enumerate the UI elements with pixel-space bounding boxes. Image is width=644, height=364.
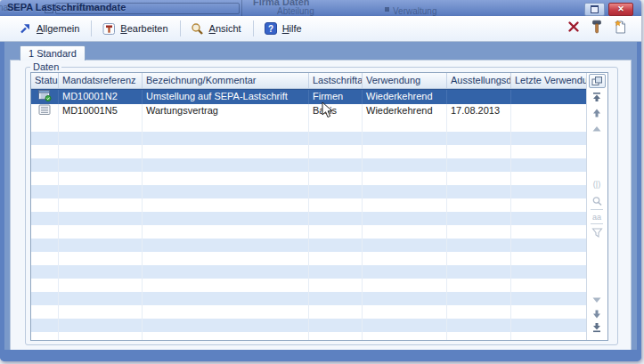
search-button[interactable]: [587, 196, 607, 207]
cell-verwendung: Wiederkehrend: [363, 104, 447, 118]
toolbar-actions: [566, 21, 641, 36]
empty-cell: [31, 305, 59, 319]
empty-row: [31, 319, 586, 332]
empty-cell: [309, 225, 363, 239]
empty-cell: [309, 319, 363, 332]
menu-bearbeiten[interactable]: Bearbeiten: [96, 20, 175, 37]
empty-cell: [447, 118, 511, 132]
empty-cell: [363, 332, 447, 340]
empty-cell: [511, 185, 586, 198]
scroll-up-page-button[interactable]: [587, 108, 607, 118]
empty-cell: [143, 172, 309, 185]
empty-cell: [447, 198, 511, 212]
empty-cell: [447, 265, 511, 279]
empty-cell: [59, 239, 143, 252]
empty-row: [31, 332, 586, 340]
groupbox-label: Daten: [30, 61, 61, 72]
scroll-up-button[interactable]: [587, 124, 607, 134]
empty-cell: [447, 305, 511, 319]
side-divider: [591, 209, 603, 210]
empty-cell: [511, 305, 586, 319]
delete-button[interactable]: [566, 21, 581, 36]
column-header-lastschriftart[interactable]: Lastschriftart: [309, 73, 363, 88]
empty-cell: [309, 265, 363, 279]
tools-button[interactable]: [589, 21, 604, 36]
empty-cell: [447, 332, 511, 340]
menu-allgemein[interactable]: Allgemein: [12, 20, 86, 37]
menu-label: Bearbeiten: [120, 23, 167, 34]
column-header-mandatsreferenz[interactable]: Mandatsreferenz: [59, 73, 143, 88]
empty-cell: [143, 212, 309, 225]
empty-row: [31, 225, 586, 239]
menu-label: Hilfe: [282, 23, 302, 34]
menu-ansicht[interactable]: Ansicht: [185, 20, 249, 37]
empty-cell: [31, 319, 59, 332]
empty-cell: [31, 118, 59, 132]
empty-cell: [447, 158, 511, 172]
column-header-bezeichnung-kommentar[interactable]: Bezeichnung/Kommentar: [143, 73, 309, 88]
empty-cell: [511, 332, 586, 340]
grid-body: MD10001N2Umstellung auf SEPA-Lastschrift…: [31, 89, 586, 340]
toolbar: AllgemeinBearbeitenAnsicht?Hilfe: [0, 16, 641, 42]
empty-cell: [309, 145, 363, 158]
delete-x-icon: [567, 20, 580, 36]
cell-mandatsreferenz: MD10001N5: [59, 104, 143, 118]
menu-hilfe[interactable]: ?Hilfe: [258, 20, 309, 37]
empty-cell: [59, 145, 143, 158]
column-header-verwendung[interactable]: Verwendung: [363, 73, 447, 88]
restore-button[interactable]: [584, 3, 605, 16]
empty-cell: [363, 252, 447, 265]
empty-cell: [511, 132, 586, 145]
column-header-letzte-verwendung[interactable]: Letzte Verwendung: [511, 73, 586, 88]
svg-text:?: ?: [268, 24, 273, 34]
empty-cell: [143, 319, 309, 332]
empty-row: [31, 198, 586, 212]
empty-cell: [309, 132, 363, 145]
empty-row: [31, 292, 586, 305]
empty-cell: [447, 279, 511, 292]
sepa-mandate-window: name kunde brand Firma Daten Abteilung V…: [0, 0, 641, 361]
empty-cell: [143, 239, 309, 252]
grid-main: StatusMandatsreferenzBezeichnung/Komment…: [31, 73, 586, 340]
cell-lastschriftart: Firmen: [309, 90, 363, 104]
edit-window-icon: [102, 22, 116, 36]
empty-cell: [511, 265, 586, 279]
empty-cell: [31, 172, 59, 185]
empty-cell: [447, 132, 511, 145]
column-header-status[interactable]: Status: [31, 73, 59, 88]
cell-letzte-verwendung: [511, 90, 586, 104]
empty-row: [31, 252, 586, 265]
empty-cell: [363, 132, 447, 145]
empty-cell: [143, 118, 309, 132]
screen: name kunde brand Firma Daten Abteilung V…: [0, 0, 644, 364]
scroll-down-button[interactable]: [587, 295, 607, 305]
toolbar-menus: AllgemeinBearbeitenAnsicht?Hilfe: [0, 16, 309, 41]
empty-cell: [511, 225, 586, 239]
tab-standard[interactable]: 1 Standard: [20, 45, 86, 61]
empty-cell: [143, 185, 309, 198]
empty-cell: [31, 252, 59, 265]
text-size-button[interactable]: aa: [587, 213, 607, 222]
scroll-last-button[interactable]: [587, 322, 607, 333]
empty-cell: [31, 332, 59, 340]
scroll-down-page-button[interactable]: [587, 309, 607, 320]
close-button[interactable]: ✕: [608, 3, 633, 16]
scroll-first-button[interactable]: [587, 92, 607, 102]
record-count-indicator: (|): [587, 180, 607, 189]
filter-button[interactable]: [587, 227, 607, 239]
new-document-button[interactable]: [612, 21, 627, 36]
empty-cell: [59, 172, 143, 185]
empty-cell: [59, 198, 143, 212]
toolbar-separator: [91, 20, 92, 36]
cell-bezeichnung-kommentar: Umstellung auf SEPA-Lastschrift: [143, 90, 309, 104]
empty-cell: [511, 172, 586, 185]
copy-grid-button[interactable]: [589, 74, 606, 88]
cell-bezeichnung-kommentar: Wartungsvertrag: [143, 104, 309, 118]
empty-cell: [511, 198, 586, 212]
table-row[interactable]: MD10001N5WartungsvertragBasisWiederkehre…: [31, 104, 586, 118]
empty-cell: [447, 212, 511, 225]
column-header-ausstellungsdatum[interactable]: Ausstellungsdatum: [447, 73, 511, 88]
titlebar[interactable]: name kunde brand Firma Daten Abteilung V…: [0, 0, 641, 16]
empty-cell: [363, 198, 447, 212]
table-row[interactable]: MD10001N2Umstellung auf SEPA-Lastschrift…: [31, 89, 586, 104]
